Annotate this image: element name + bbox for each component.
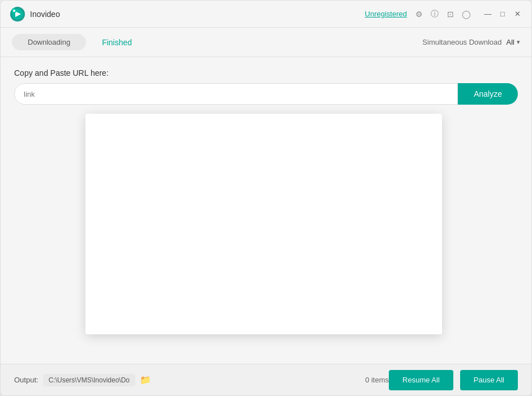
title-icons: ⚙ ⓘ ⊡ ◯ [414,9,471,19]
svg-point-3 [13,10,15,12]
chat-icon[interactable]: ◯ [461,9,471,19]
info-icon[interactable]: ⓘ [430,9,440,19]
output-label: Output: [14,376,38,384]
url-label: Copy and Paste URL here: [14,68,518,78]
simultaneous-value: All [507,38,514,46]
simultaneous-select[interactable]: All ▾ [507,38,520,46]
settings-icon[interactable]: ⚙ [414,9,424,19]
app-logo [10,6,25,22]
folder-icon[interactable]: 📁 [140,375,151,385]
app-name: Inovideo [30,10,60,19]
url-input-row: Analyze [14,83,518,105]
output-section: Output: C:\Users\VMS\Inovideo\Do 📁 [14,374,365,386]
output-path: C:\Users\VMS\Inovideo\Do [43,374,135,386]
unregistered-link[interactable]: Unregistered [365,10,407,18]
maximize-button[interactable]: □ [497,9,508,19]
tab-downloading[interactable]: Downloading [12,34,86,50]
title-bar: Inovideo Unregistered ⚙ ⓘ ⊡ ◯ — □ ✕ [1,1,531,28]
tab-group: Downloading Finished [12,34,148,51]
minimize-button[interactable]: — [483,9,493,19]
modal-panel [85,114,442,334]
analyze-button[interactable]: Analyze [458,83,518,105]
title-bar-left: Inovideo [10,6,60,22]
bottom-bar: Output: C:\Users\VMS\Inovideo\Do 📁 0 ite… [1,364,531,395]
url-section: Copy and Paste URL here: Analyze [14,68,518,105]
simultaneous-group: Simultaneous Download All ▾ [422,38,520,46]
tab-finished[interactable]: Finished [86,34,148,51]
items-count: 0 items [365,376,389,384]
dropdown-arrow-icon: ▾ [517,38,520,46]
bottom-buttons: Resume All Pause All [389,370,518,390]
simultaneous-label: Simultaneous Download [422,38,501,46]
tab-finished-label: Finished [102,38,132,47]
url-input[interactable] [14,83,458,105]
pause-all-button[interactable]: Pause All [460,370,518,390]
resume-all-button[interactable]: Resume All [389,370,453,390]
window-controls: — □ ✕ [483,9,522,19]
main-content: Copy and Paste URL here: Analyze [1,57,531,364]
close-button[interactable]: ✕ [512,9,522,19]
tab-downloading-label: Downloading [28,38,70,46]
tabs-bar: Downloading Finished Simultaneous Downlo… [1,28,531,57]
app-window: Inovideo Unregistered ⚙ ⓘ ⊡ ◯ — □ ✕ Down… [0,0,532,396]
cart-icon[interactable]: ⊡ [445,9,456,19]
title-bar-right: Unregistered ⚙ ⓘ ⊡ ◯ — □ ✕ [365,9,522,19]
